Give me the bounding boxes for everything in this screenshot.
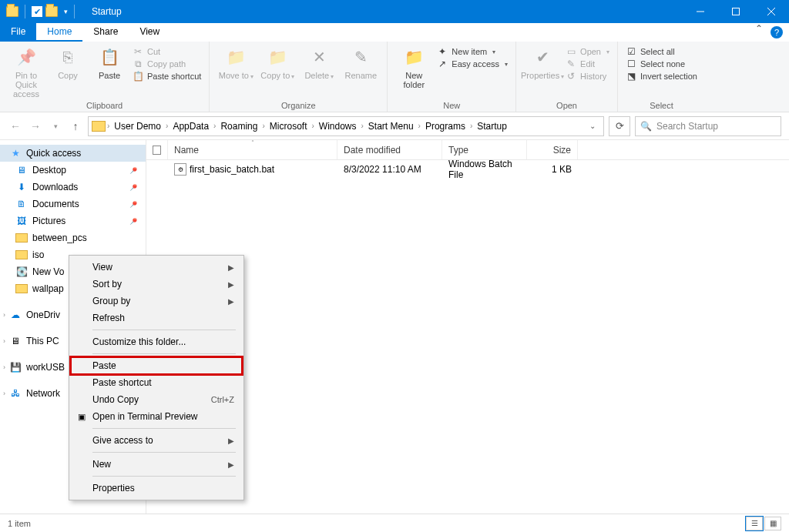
copy-to-button[interactable]: 📁 Copy to▾ xyxy=(259,45,296,80)
column-header-date[interactable]: Date modified xyxy=(337,140,442,159)
collapse-ribbon-icon[interactable]: ⌃ xyxy=(750,23,767,42)
easy-access-icon: ↗ xyxy=(437,59,448,69)
details-view-button[interactable]: ☰ xyxy=(746,517,763,530)
column-header-size[interactable]: Size xyxy=(527,140,578,159)
open-button[interactable]: ▭Open▾ xyxy=(566,46,609,57)
history-button[interactable]: ↺History xyxy=(566,71,609,82)
tab-home[interactable]: Home xyxy=(36,23,82,42)
forward-button[interactable]: → xyxy=(28,119,43,134)
close-button[interactable] xyxy=(754,0,789,23)
rename-button[interactable]: ✎ Rename xyxy=(342,45,379,80)
context-undo-copy[interactable]: Undo CopyCtrl+Z xyxy=(71,391,242,408)
breadcrumb-item[interactable]: User Demo xyxy=(111,121,164,132)
sidebar-between-pcs[interactable]: between_pcs xyxy=(0,229,146,246)
checkbox-icon xyxy=(153,146,161,155)
sidebar-downloads[interactable]: ⬇Downloads📍 xyxy=(0,179,146,196)
column-header-checkbox[interactable] xyxy=(146,140,168,159)
easy-access-button[interactable]: ↗Easy access▾ xyxy=(437,59,508,69)
sidebar-quick-access[interactable]: ★Quick access xyxy=(0,145,146,162)
maximize-button[interactable] xyxy=(718,0,754,23)
sidebar-documents[interactable]: 🗎Documents📍 xyxy=(0,196,146,212)
tab-view[interactable]: View xyxy=(129,23,170,42)
breadcrumb-dropdown-icon[interactable]: ⌄ xyxy=(585,122,600,130)
select-none-button[interactable]: ☐Select none xyxy=(626,59,697,69)
context-properties[interactable]: Properties xyxy=(71,480,242,497)
file-type: Windows Batch File xyxy=(442,159,527,180)
desktop-icon: 🖥 xyxy=(15,164,28,176)
qat-dropdown-icon[interactable]: ▾ xyxy=(64,8,68,15)
breadcrumb-item[interactable]: Windows xyxy=(316,121,360,132)
paste-shortcut-button[interactable]: 📋Paste shortcut xyxy=(133,71,201,82)
file-row[interactable]: ⚙first_basic_batch.bat 8/3/2022 11:10 AM… xyxy=(146,160,789,179)
new-item-button[interactable]: ✦New item▾ xyxy=(437,46,508,57)
paste-shortcut-icon: 📋 xyxy=(133,71,143,82)
delete-button[interactable]: ✕ Delete▾ xyxy=(300,45,337,80)
context-view[interactable]: View▶ xyxy=(71,259,242,276)
chevron-right-icon: › xyxy=(3,311,5,319)
separator xyxy=(92,476,236,477)
pin-to-quick-access-button[interactable]: 📌 Pin to Quick access xyxy=(8,45,45,99)
terminal-icon: ▣ xyxy=(76,410,88,423)
context-open-terminal[interactable]: ▣Open in Terminal Preview xyxy=(71,408,242,425)
context-give-access[interactable]: Give access to▶ xyxy=(71,432,242,449)
chevron-right-icon[interactable]: › xyxy=(107,122,109,130)
context-paste[interactable]: Paste xyxy=(71,357,242,374)
minimize-button[interactable] xyxy=(683,0,718,23)
file-name: first_basic_batch.bat xyxy=(190,164,274,175)
icons-view-button[interactable]: ▦ xyxy=(764,517,781,530)
qat-new-folder-icon[interactable] xyxy=(45,6,58,17)
ribbon-group-select: ☑Select all ☐Select none ⬔Invert selecti… xyxy=(618,42,705,112)
sidebar-pictures[interactable]: 🖼Pictures📍 xyxy=(0,212,146,229)
sidebar-desktop[interactable]: 🖥Desktop📍 xyxy=(0,162,146,179)
copy-path-button[interactable]: ⧉Copy path xyxy=(133,59,201,69)
copy-button[interactable]: ⎘ Copy xyxy=(49,45,86,80)
move-to-button[interactable]: 📁 Move to▾ xyxy=(217,45,254,80)
column-header-name[interactable]: ˄Name xyxy=(168,140,337,159)
folder-icon[interactable] xyxy=(6,6,18,17)
open-icon: ▭ xyxy=(566,46,576,57)
search-input[interactable]: 🔍 Search Startup xyxy=(635,116,781,136)
back-button[interactable]: ← xyxy=(8,119,23,134)
history-icon: ↺ xyxy=(566,71,576,82)
documents-icon: 🗎 xyxy=(15,198,28,210)
context-refresh[interactable]: Refresh xyxy=(71,309,242,326)
network-icon: 🖧 xyxy=(9,387,22,400)
tab-share[interactable]: Share xyxy=(82,23,129,42)
chevron-right-icon: ▶ xyxy=(228,297,234,306)
context-new[interactable]: New▶ xyxy=(71,456,242,473)
tab-file[interactable]: File xyxy=(0,23,36,42)
ribbon-group-clipboard: 📌 Pin to Quick access ⎘ Copy 📋 Paste ✂Cu… xyxy=(0,42,210,112)
refresh-button[interactable]: ⟳ xyxy=(609,116,630,136)
breadcrumb-item[interactable]: Programs xyxy=(422,121,468,132)
invert-icon: ⬔ xyxy=(626,71,636,82)
breadcrumb-item[interactable]: Microsoft xyxy=(267,121,311,132)
breadcrumb-item[interactable]: Start Menu xyxy=(365,121,417,132)
new-folder-button[interactable]: 📁 New folder xyxy=(395,45,432,89)
paste-button[interactable]: 📋 Paste xyxy=(91,45,128,80)
context-paste-shortcut[interactable]: Paste shortcut xyxy=(71,374,242,391)
context-group-by[interactable]: Group by▶ xyxy=(71,293,242,309)
breadcrumb-item[interactable]: Startup xyxy=(474,121,510,132)
qat-properties-icon[interactable]: ✔ xyxy=(32,6,42,17)
clipboard-icon: 📋 xyxy=(100,48,119,66)
up-button[interactable]: ↑ xyxy=(68,119,83,134)
window-controls xyxy=(683,0,789,23)
breadcrumb-item[interactable]: Roaming xyxy=(217,121,260,132)
copy-path-icon: ⧉ xyxy=(133,59,143,69)
properties-button[interactable]: ✔ Properties▾ xyxy=(524,45,561,80)
help-icon[interactable]: ? xyxy=(771,26,783,38)
status-bar: 1 item ☰ ▦ xyxy=(0,514,789,532)
breadcrumb[interactable]: › User Demo› AppData› Roaming› Microsoft… xyxy=(88,116,604,136)
chevron-right-icon: ▶ xyxy=(228,437,234,445)
cut-button[interactable]: ✂Cut xyxy=(133,46,201,57)
recent-locations-button[interactable]: ▾ xyxy=(48,119,63,134)
edit-button[interactable]: ✎Edit xyxy=(566,59,609,69)
context-sort-by[interactable]: Sort by▶ xyxy=(71,276,242,293)
column-header-type[interactable]: Type xyxy=(442,140,527,159)
batch-file-icon: ⚙ xyxy=(174,163,186,176)
context-customize-folder[interactable]: Customize this folder... xyxy=(71,333,242,350)
drive-icon: 💽 xyxy=(15,266,28,278)
breadcrumb-item[interactable]: AppData xyxy=(170,121,212,132)
invert-selection-button[interactable]: ⬔Invert selection xyxy=(626,71,697,82)
select-all-button[interactable]: ☑Select all xyxy=(626,46,697,57)
